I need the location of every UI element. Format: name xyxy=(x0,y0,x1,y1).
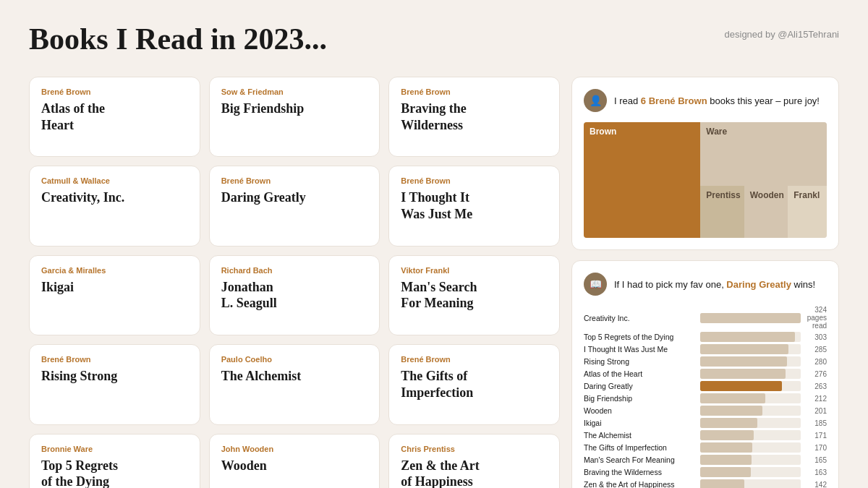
book-card: Brené BrownDaring Greatly xyxy=(209,166,380,246)
bar-value: 170 xyxy=(805,444,827,452)
book-author: Brené Brown xyxy=(41,355,188,364)
book-author: Brené Brown xyxy=(41,87,188,96)
right-panel: 👤 I read 6 Brené Brown books this year –… xyxy=(571,77,839,488)
book-author: Brené Brown xyxy=(401,176,548,185)
bar-track xyxy=(700,381,801,391)
panel2-icon: 📖 xyxy=(584,273,607,296)
bar-row: Top 5 Regrets of the Dying303 xyxy=(584,332,827,342)
book-author: Brené Brown xyxy=(401,87,548,96)
bar-fill xyxy=(700,418,757,428)
bar-value: 212 xyxy=(805,395,827,403)
bar-value: 171 xyxy=(805,432,827,440)
book-title: Rising Strong xyxy=(41,368,188,385)
book-title: Big Friendship xyxy=(221,100,368,117)
book-title: Top 5 Regretsof the Dying xyxy=(41,458,188,488)
bar-track xyxy=(700,356,801,367)
book-author: Sow & Friedman xyxy=(221,87,368,96)
bar-track xyxy=(700,369,801,379)
book-title: Ikigai xyxy=(41,279,188,296)
bar-label: Atlas of the Heart xyxy=(584,369,696,378)
bar-list: Creativity Inc.324 pages readTop 5 Regre… xyxy=(584,306,827,488)
bar-label: Rising Strong xyxy=(584,357,696,366)
treemap-cell: Ware xyxy=(700,122,827,186)
bar-row: Daring Greatly263 xyxy=(584,381,827,391)
bar-fill xyxy=(700,479,744,488)
book-title: JonathanL. Seagull xyxy=(221,279,368,312)
treemap-panel: 👤 I read 6 Brené Brown books this year –… xyxy=(571,77,839,250)
bar-fill xyxy=(700,381,782,391)
bar-value: 163 xyxy=(805,468,827,476)
bar-label: Braving the Wilderness xyxy=(584,468,696,476)
bar-fill xyxy=(700,467,751,477)
book-card: Brené BrownBraving theWilderness xyxy=(388,77,560,157)
bar-row: Ikigai185 xyxy=(584,418,827,428)
book-title: I Thought ItWas Just Me xyxy=(401,189,548,222)
bar-fill xyxy=(700,356,787,367)
bar-row: Rising Strong280 xyxy=(584,356,827,367)
book-author: Brené Brown xyxy=(221,176,368,185)
bar-track xyxy=(700,332,801,342)
page-title: Books I Read in 2023... xyxy=(29,22,327,56)
bar-fill xyxy=(700,332,795,342)
bar-row: Atlas of the Heart276 xyxy=(584,369,827,379)
bar-label: Zen & the Art of Happiness xyxy=(584,480,696,488)
book-title: Braving theWilderness xyxy=(401,100,548,133)
bar-fill xyxy=(700,442,752,453)
bar-label: Daring Greatly xyxy=(584,382,696,390)
bar-track xyxy=(700,344,801,354)
bar-track xyxy=(700,442,801,453)
treemap-cell: Brown xyxy=(584,122,700,238)
bar-value: 165 xyxy=(805,456,827,464)
bar-track xyxy=(700,418,801,428)
bar-fill xyxy=(700,406,762,416)
bar-label: Man's Search For Meaning xyxy=(584,455,696,464)
bar-fill xyxy=(700,455,752,465)
book-title: Daring Greatly xyxy=(221,189,368,206)
bar-track xyxy=(700,455,801,465)
book-author: Paulo Coelho xyxy=(221,355,368,364)
treemap-cell: Wooden xyxy=(744,186,788,238)
book-author: John Wooden xyxy=(221,445,368,453)
bar-row: I Thought It Was Just Me285 xyxy=(584,344,827,354)
book-author: Viktor Frankl xyxy=(401,266,548,275)
book-card: Brené BrownRising Strong xyxy=(29,344,200,424)
book-card: John WoodenWooden xyxy=(209,434,380,488)
book-author: Bronnie Ware xyxy=(41,445,188,453)
book-author: Chris Prentiss xyxy=(401,445,548,453)
book-author: Garcia & Miralles xyxy=(41,266,188,275)
bar-row: Creativity Inc.324 pages read xyxy=(584,306,827,330)
bar-track xyxy=(700,313,801,323)
bar-fill xyxy=(700,430,754,440)
book-card: Brené BrownAtlas of theHeart xyxy=(29,77,200,157)
bar-value: 201 xyxy=(805,407,827,415)
bar-label: Top 5 Regrets of the Dying xyxy=(584,333,696,341)
bar-label: The Alchemist xyxy=(584,431,696,440)
bar-fill xyxy=(700,313,801,323)
books-grid: Brené BrownAtlas of theHeartSow & Friedm… xyxy=(29,77,560,488)
bar-row: The Alchemist171 xyxy=(584,430,827,440)
panel1-title: I read 6 Brené Brown books this year – p… xyxy=(614,95,820,106)
book-author: Catmull & Wallace xyxy=(41,176,188,185)
panel1-header: 👤 I read 6 Brené Brown books this year –… xyxy=(584,89,827,112)
bar-label: I Thought It Was Just Me xyxy=(584,345,696,354)
bar-value: 324 pages read xyxy=(805,306,827,330)
book-title: Creativity, Inc. xyxy=(41,189,188,206)
bar-label: Creativity Inc. xyxy=(584,314,696,322)
bar-value: 263 xyxy=(805,382,827,390)
book-card: Richard BachJonathanL. Seagull xyxy=(209,255,380,335)
bar-label: Ikigai xyxy=(584,419,696,427)
book-author: Brené Brown xyxy=(401,355,548,364)
bar-track xyxy=(700,430,801,440)
bar-value: 142 xyxy=(805,481,827,489)
panel2-header: 📖 If I had to pick my fav one, Daring Gr… xyxy=(584,273,827,296)
bar-value: 280 xyxy=(805,358,827,366)
treemap-cell: Frankl xyxy=(788,186,827,238)
book-card: Chris PrentissZen & the Artof Happiness xyxy=(388,434,560,488)
bar-track xyxy=(700,479,801,488)
bar-value: 276 xyxy=(805,370,827,378)
bar-row: Man's Search For Meaning165 xyxy=(584,455,827,465)
bar-fill xyxy=(700,369,786,379)
bar-track xyxy=(700,406,801,416)
panel1-icon: 👤 xyxy=(584,89,607,112)
bar-value: 285 xyxy=(805,346,827,354)
